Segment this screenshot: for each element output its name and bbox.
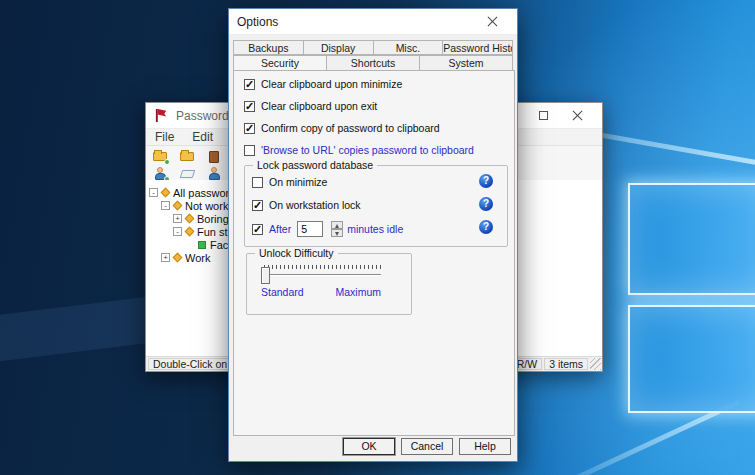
close-icon bbox=[572, 110, 583, 121]
help-button[interactable]: Help bbox=[459, 438, 511, 455]
group-diamond-icon bbox=[185, 227, 195, 237]
checkbox-label: Clear clipboard upon exit bbox=[261, 100, 377, 112]
tree-item-label[interactable]: Work bbox=[185, 252, 210, 264]
save-database-icon[interactable] bbox=[206, 149, 224, 164]
new-database-icon[interactable] bbox=[152, 149, 170, 164]
delete-entry-icon[interactable] bbox=[179, 166, 197, 181]
minutes-idle-label: minutes idle bbox=[347, 223, 403, 235]
checkbox-label: Clear clipboard upon minimize bbox=[261, 78, 402, 90]
group-label: Unlock Difficulty bbox=[255, 247, 338, 259]
expander-icon[interactable]: - bbox=[149, 188, 158, 197]
checkbox-on-workstation-lock[interactable]: On workstation lock bbox=[252, 199, 361, 211]
checkbox-browse-to-url[interactable]: 'Browse to URL' copies password to clipb… bbox=[244, 144, 474, 156]
cancel-button[interactable]: Cancel bbox=[401, 438, 453, 455]
edit-entry-icon[interactable] bbox=[206, 166, 224, 181]
windows-logo-bottom-pane bbox=[628, 305, 755, 413]
tab-password-history[interactable]: Password History bbox=[443, 40, 513, 55]
expander-icon[interactable]: + bbox=[161, 253, 170, 262]
checkbox-on-minimize[interactable]: On minimize bbox=[252, 176, 327, 188]
maximize-icon bbox=[539, 111, 548, 120]
maximize-button[interactable] bbox=[526, 105, 560, 127]
checkbox-clear-clipboard-exit[interactable]: Clear clipboard upon exit bbox=[244, 100, 377, 112]
tab-security[interactable]: Security bbox=[233, 55, 327, 71]
slider-ticks bbox=[264, 265, 381, 269]
checkbox-icon[interactable] bbox=[252, 224, 263, 235]
checkbox-icon[interactable] bbox=[244, 123, 255, 134]
password-safe-icon bbox=[154, 108, 169, 123]
checkbox-icon[interactable] bbox=[244, 101, 255, 112]
dialog-close-button[interactable] bbox=[475, 11, 509, 33]
tab-row-front: Security Shortcuts System bbox=[233, 55, 513, 71]
dialog-title: Options bbox=[237, 15, 278, 29]
menu-edit[interactable]: Edit bbox=[192, 130, 213, 144]
checkbox-icon[interactable] bbox=[244, 145, 255, 156]
tab-system[interactable]: System bbox=[420, 55, 513, 71]
lock-password-database-group: Lock password database On minimize ? On … bbox=[244, 165, 508, 247]
checkbox-confirm-copy[interactable]: Confirm copy of password to clipboard bbox=[244, 122, 440, 134]
group-diamond-icon bbox=[173, 201, 183, 211]
security-tab-page: Clear clipboard upon minimize Clear clip… bbox=[233, 70, 515, 436]
checkbox-icon[interactable] bbox=[244, 79, 255, 90]
desktop: Password Safe - File Edit View Manage bbox=[0, 0, 755, 475]
help-icon[interactable]: ? bbox=[479, 220, 493, 234]
minutes-idle-input[interactable] bbox=[297, 221, 323, 237]
tab-row-back: Backups Display Misc. Password History bbox=[233, 40, 513, 55]
expander-icon[interactable]: - bbox=[161, 201, 170, 210]
close-button[interactable] bbox=[560, 105, 594, 127]
windows-logo-top-pane bbox=[628, 183, 755, 295]
expander-icon[interactable]: - bbox=[173, 227, 182, 236]
tree-item-label[interactable]: Boring bbox=[197, 213, 229, 225]
slider-max-label: Maximum bbox=[335, 286, 381, 298]
checkbox-icon[interactable] bbox=[252, 200, 263, 211]
dialog-button-row: OK Cancel Help bbox=[229, 438, 517, 455]
group-diamond-icon bbox=[161, 188, 171, 198]
close-icon bbox=[487, 16, 498, 27]
tab-display[interactable]: Display bbox=[304, 40, 374, 55]
dialog-titlebar[interactable]: Options bbox=[229, 9, 517, 35]
entry-square-icon bbox=[198, 241, 206, 249]
tab-shortcuts[interactable]: Shortcuts bbox=[327, 55, 420, 71]
unlock-difficulty-slider[interactable]: Standard Maximum bbox=[261, 265, 381, 298]
spin-down-icon[interactable] bbox=[331, 229, 343, 237]
checkbox-clear-clipboard-minimize[interactable]: Clear clipboard upon minimize bbox=[244, 78, 402, 90]
after-label: After bbox=[269, 223, 291, 235]
checkbox-label: On workstation lock bbox=[269, 199, 361, 211]
expander-icon[interactable]: + bbox=[173, 214, 182, 223]
resize-grip[interactable] bbox=[590, 358, 601, 370]
ok-button[interactable]: OK bbox=[343, 438, 395, 455]
spin-up-icon[interactable] bbox=[331, 221, 343, 229]
help-icon[interactable]: ? bbox=[479, 174, 493, 188]
open-database-icon[interactable] bbox=[179, 149, 197, 164]
checkbox-after-minutes-idle[interactable]: After minutes idle bbox=[252, 221, 403, 237]
checkbox-label: 'Browse to URL' copies password to clipb… bbox=[261, 144, 474, 156]
tab-backups[interactable]: Backups bbox=[233, 40, 304, 55]
checkbox-label: Confirm copy of password to clipboard bbox=[261, 122, 440, 134]
unlock-difficulty-group: Unlock Difficulty Standard Maximum bbox=[246, 253, 412, 315]
tab-misc[interactable]: Misc. bbox=[374, 40, 444, 55]
group-label: Lock password database bbox=[253, 159, 377, 171]
slider-track[interactable] bbox=[261, 274, 381, 276]
help-icon[interactable]: ? bbox=[479, 197, 493, 211]
slider-thumb[interactable] bbox=[261, 267, 270, 284]
options-dialog: Options Backups Display Misc. Password H… bbox=[228, 8, 518, 462]
checkbox-label: On minimize bbox=[269, 176, 327, 188]
minutes-spinner bbox=[331, 221, 343, 237]
group-diamond-icon bbox=[185, 214, 195, 224]
add-entry-icon[interactable] bbox=[152, 166, 170, 181]
tree-item-label[interactable]: Not work bbox=[185, 200, 228, 212]
slider-min-label: Standard bbox=[261, 286, 304, 298]
status-item-count: 3 items bbox=[544, 358, 588, 370]
checkbox-icon[interactable] bbox=[252, 177, 263, 188]
menu-file[interactable]: File bbox=[155, 130, 174, 144]
group-diamond-icon bbox=[173, 253, 183, 263]
